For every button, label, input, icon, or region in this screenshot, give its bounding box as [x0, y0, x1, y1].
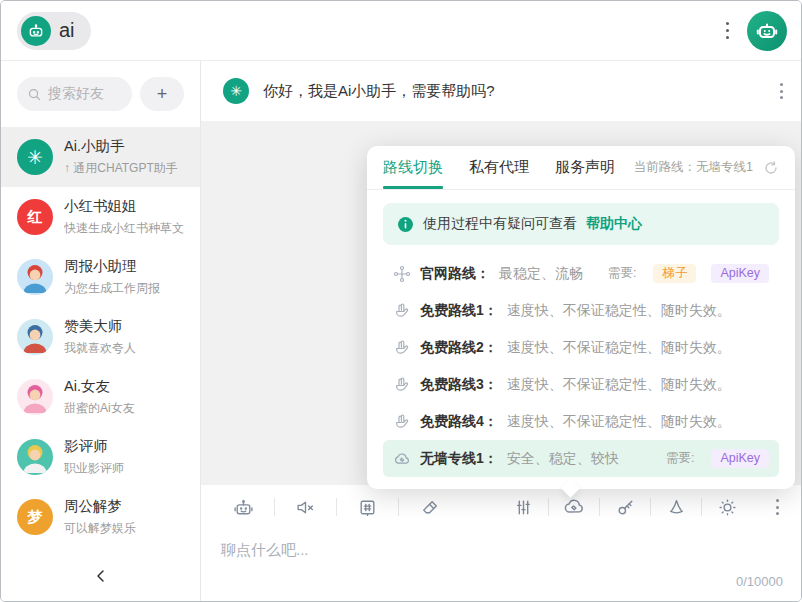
yellow-hat-avatar — [17, 439, 53, 475]
hand-icon — [393, 376, 411, 394]
contact-desc: 为您生成工作周报 — [64, 280, 160, 297]
contact-desc: 可以解梦娱乐 — [64, 520, 136, 537]
need-label: 需要: — [666, 450, 694, 467]
contact-name: 周报小助理 — [64, 257, 160, 276]
input-area: 聊点什么吧... 0/10000 — [201, 529, 801, 601]
app-window: ai 搜索好友 — [0, 0, 802, 602]
route-name: 免费路线1： — [420, 302, 498, 320]
brand-badge[interactable]: ai — [17, 12, 91, 50]
sidebar-contact-item[interactable]: 影评师职业影评师 — [1, 427, 200, 487]
add-friend-button[interactable]: + — [140, 77, 184, 111]
badge-apikey: ApiKey — [711, 264, 769, 283]
assistant-message-text: 你好，我是Ai小助手，需要帮助吗? — [263, 82, 762, 101]
window-menu-icon[interactable] — [722, 18, 734, 44]
sidebar-contact-item[interactable]: 周报小助理为您生成工作周报 — [1, 247, 200, 307]
sidebar-contact-item[interactable]: ✳Ai.小助手↑ 通用CHATGPT助手 — [1, 127, 200, 187]
robot-logo-icon — [21, 16, 51, 46]
sidebar-contact-item[interactable]: 赞美大师我就喜欢夸人 — [1, 307, 200, 367]
brand-label: ai — [59, 19, 75, 42]
route-option[interactable]: 免费路线3：速度快、不保证稳定性、随时失效。 — [383, 366, 779, 403]
route-desc: 最稳定、流畅 — [499, 265, 583, 283]
hand-icon — [393, 302, 411, 320]
route-name: 无墙专线1： — [420, 450, 498, 468]
refresh-icon[interactable] — [763, 160, 779, 176]
contact-desc: 甜蜜的Ai女友 — [64, 400, 135, 417]
eraser-icon[interactable] — [399, 497, 460, 518]
girl-pink-avatar — [17, 379, 53, 415]
tab-private-proxy[interactable]: 私有代理 — [469, 146, 529, 189]
brightness-icon[interactable] — [702, 497, 752, 518]
banner-text: 使用过程中有疑问可查看 — [423, 215, 577, 233]
route-list: 官网路线：最稳定、流畅需要:梯子ApiKey免费路线1：速度快、不保证稳定性、随… — [367, 253, 795, 489]
route-option[interactable]: 官网路线：最稳定、流畅需要:梯子ApiKey — [383, 255, 779, 292]
hand-icon — [393, 339, 411, 357]
route-option[interactable]: 免费路线1：速度快、不保证稳定性、随时失效。 — [383, 292, 779, 329]
route-name: 免费路线4： — [420, 413, 498, 431]
contact-desc: 我就喜欢夸人 — [64, 340, 136, 357]
sidebar-contact-item[interactable]: 红小红书姐姐快速生成小红书种草文 — [1, 187, 200, 247]
need-label: 需要: — [608, 265, 636, 282]
tab-route-switch[interactable]: 路线切换 — [383, 146, 443, 189]
help-center-link[interactable]: 帮助中心 — [586, 215, 642, 233]
search-placeholder: 搜索好友 — [48, 85, 104, 103]
more-menu-icon[interactable] — [772, 495, 783, 519]
current-route-label: 当前路线：无墙专线1 — [634, 159, 753, 176]
search-icon — [27, 87, 42, 102]
man-cap-avatar — [17, 319, 53, 355]
route-popup: 路线切换 私有代理 服务声明 当前路线：无墙专线1 使用过程中有疑问可查看 帮助… — [367, 146, 795, 489]
badge-ladder: 梯子 — [653, 264, 696, 283]
help-banner: 使用过程中有疑问可查看 帮助中心 — [383, 203, 779, 245]
cloud-sync-icon[interactable] — [549, 496, 599, 518]
hash-square-icon[interactable] — [337, 497, 398, 518]
sidebar-contact-item[interactable]: Ai.女友甜蜜的Ai女友 — [1, 367, 200, 427]
key-icon[interactable] — [600, 497, 650, 518]
char-counter: 0/10000 — [736, 574, 783, 589]
tab-service-statement[interactable]: 服务声明 — [555, 146, 615, 189]
red-letter-avatar: 红 — [17, 199, 53, 235]
contact-desc: 快速生成小红书种草文 — [64, 220, 184, 237]
message-menu-icon[interactable] — [776, 79, 787, 103]
volume-mute-icon[interactable] — [275, 497, 336, 518]
message-input[interactable]: 聊点什么吧... — [221, 541, 781, 560]
route-name: 官网路线： — [420, 265, 490, 283]
route-name: 免费路线3： — [420, 376, 498, 394]
contact-name: 周公解梦 — [64, 497, 136, 516]
sliders-icon[interactable] — [498, 497, 548, 518]
route-option[interactable]: 无墙专线1：安全、稳定、较快需要:ApiKey — [383, 440, 779, 477]
user-robot-avatar[interactable] — [747, 11, 787, 51]
contact-name: 影评师 — [64, 437, 124, 456]
route-option[interactable]: 免费路线4：速度快、不保证稳定性、随时失效。 — [383, 403, 779, 440]
contact-desc: 职业影评师 — [64, 460, 124, 477]
magic-hat-icon[interactable] — [651, 497, 701, 518]
sidebar-contact-item[interactable]: 梦周公解梦可以解梦娱乐 — [1, 487, 200, 547]
badge-apikey: ApiKey — [711, 449, 769, 468]
chatgpt-avatar: ✳ — [17, 139, 53, 175]
info-icon — [397, 216, 414, 233]
route-desc: 速度快、不保证稳定性、随时失效。 — [507, 339, 731, 357]
sidebar: 搜索好友 + ✳Ai.小助手↑ 通用CHATGPT助手红小红书姐姐快速生成小红书… — [1, 61, 201, 601]
route-desc: 速度快、不保证稳定性、随时失效。 — [507, 413, 731, 431]
popup-header: 路线切换 私有代理 服务声明 当前路线：无墙专线1 — [367, 146, 795, 190]
contact-name: 赞美大师 — [64, 317, 136, 336]
dream-letter-avatar: 梦 — [17, 499, 53, 535]
search-input[interactable]: 搜索好友 — [17, 77, 132, 111]
contact-list: ✳Ai.小助手↑ 通用CHATGPT助手红小红书姐姐快速生成小红书种草文周报小助… — [1, 127, 200, 551]
assistant-avatar-icon: ✳ — [223, 78, 249, 104]
route-option[interactable]: 免费路线2：速度快、不保证稳定性、随时失效。 — [383, 329, 779, 366]
route-desc: 速度快、不保证稳定性、随时失效。 — [507, 302, 731, 320]
contact-name: Ai.女友 — [64, 377, 135, 396]
route-desc: 安全、稳定、较快 — [507, 450, 619, 468]
contact-name: 小红书姐姐 — [64, 197, 184, 216]
hand-icon — [393, 413, 411, 431]
route-name: 免费路线2： — [420, 339, 498, 357]
topbar: ai — [1, 1, 801, 61]
toolbar — [201, 485, 801, 529]
compass-icon — [393, 265, 411, 283]
assistant-message: ✳ 你好，我是Ai小助手，需要帮助吗? — [201, 61, 801, 121]
route-desc: 速度快、不保证稳定性、随时失效。 — [507, 376, 731, 394]
collapse-sidebar-button[interactable] — [94, 569, 108, 583]
contact-name: Ai.小助手 — [64, 137, 178, 156]
robot-icon[interactable] — [213, 497, 274, 518]
woman-red-hair-avatar — [17, 259, 53, 295]
cloud-icon — [393, 450, 411, 468]
